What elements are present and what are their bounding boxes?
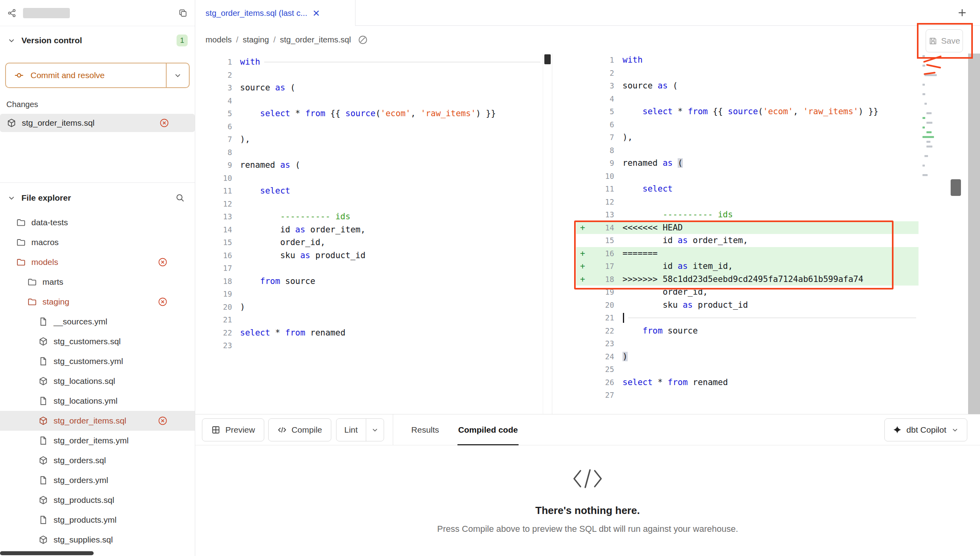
file-tree-item-stg_locations.yml[interactable]: stg_locations.yml <box>0 391 195 411</box>
code-line-7[interactable]: 7), <box>576 131 919 144</box>
share-network-icon[interactable] <box>7 8 17 18</box>
code-line-20[interactable]: 20 sku as product_id <box>576 299 919 312</box>
file-tree-item-stg_products.yml[interactable]: stg_products.yml <box>0 510 195 530</box>
code-line-22[interactable]: 22 from source <box>576 324 919 337</box>
code-line-13[interactable]: 13 ---------- ids <box>195 210 543 223</box>
code-line-14[interactable]: +14<<<<<<< HEAD <box>576 221 919 234</box>
code-line-11[interactable]: 11 select <box>576 182 919 196</box>
code-line-12[interactable]: 12 <box>576 196 919 209</box>
code-line-17[interactable]: 17 <box>195 262 543 275</box>
code-line-27[interactable]: 27 <box>576 389 919 402</box>
code-line-23[interactable]: 23 <box>576 337 919 350</box>
code-line-16[interactable]: +16======= <box>576 247 919 260</box>
file-tree-item-macros[interactable]: macros <box>0 232 195 252</box>
tab-results[interactable]: Results <box>411 414 440 445</box>
discard-changes-icon[interactable] <box>158 297 168 307</box>
code-line-4[interactable]: 4 <box>576 92 919 105</box>
code-line-12[interactable]: 12 <box>195 197 543 211</box>
code-line-18[interactable]: +18>>>>>>> 58c1dd23d5eebd9cd2495fa7124ab… <box>576 273 919 286</box>
file-tree-item-stg_customers.sql[interactable]: stg_customers.sql <box>0 332 195 351</box>
save-button[interactable]: Save <box>926 29 963 52</box>
code-line-24[interactable]: 24) <box>576 350 919 363</box>
file-tree-item-marts[interactable]: marts <box>0 272 195 292</box>
code-line-13[interactable]: 13 ---------- ids <box>576 208 919 221</box>
horizontal-scrollbar-thumb[interactable] <box>0 551 94 555</box>
tab-stg-order-items[interactable]: stg_order_items.sql (last c... × <box>195 0 355 26</box>
code-line-4[interactable]: 4 <box>195 94 543 107</box>
code-line-14[interactable]: 14 id as order_item, <box>195 223 543 236</box>
code-line-9[interactable]: 9renamed as ( <box>195 159 543 172</box>
code-line-8[interactable]: 8 <box>195 146 543 159</box>
code-line-23[interactable]: 23 <box>195 339 543 352</box>
breadcrumb-item-models[interactable]: models <box>206 35 232 44</box>
file-tree-item-data-tests[interactable]: data-tests <box>0 213 195 232</box>
code-line-21[interactable]: 21 <box>576 311 919 324</box>
code-line-20[interactable]: 20) <box>195 301 543 314</box>
commit-and-resolve-button[interactable]: Commit and resolve <box>6 63 166 87</box>
left-pane-scrollbar-thumb[interactable] <box>544 54 551 64</box>
lint-options-dropdown[interactable] <box>366 419 384 441</box>
code-line-5[interactable]: 5 select * from {{ source('ecom', 'raw_i… <box>576 105 919 118</box>
file-tree-item-stg_locations.sql[interactable]: stg_locations.sql <box>0 371 195 391</box>
code-line-15[interactable]: 15 order_id, <box>195 236 543 249</box>
code-line-10[interactable]: 10 <box>195 172 543 185</box>
code-line-22[interactable]: 22select * from renamed <box>195 326 543 339</box>
code-line-8[interactable]: 8 <box>576 144 919 157</box>
code-line-6[interactable]: 6 <box>195 120 543 133</box>
code-line-10[interactable]: 10 <box>576 170 919 183</box>
file-tree-item-stg_supplies.sql[interactable]: stg_supplies.sql <box>0 530 195 550</box>
left-pane-scrollbar[interactable] <box>543 54 552 414</box>
file-tree-item-stg_orders.yml[interactable]: stg_orders.yml <box>0 470 195 490</box>
close-tab-icon[interactable]: × <box>313 8 320 18</box>
file-tree-item-stg_order_items.yml[interactable]: stg_order_items.yml <box>0 431 195 451</box>
code-line-19[interactable]: 19 <box>195 288 543 301</box>
diff-pane-modified[interactable]: 1with23source as (45 select * from {{ so… <box>576 54 919 414</box>
code-line-26[interactable]: 26select * from renamed <box>576 376 919 389</box>
minimap[interactable] <box>922 55 937 198</box>
code-line-15[interactable]: 15 id as order_item, <box>576 234 919 247</box>
editor-scrollbar-thumb[interactable] <box>951 179 961 196</box>
code-line-3[interactable]: 3source as ( <box>576 79 919 92</box>
breadcrumb-item-staging[interactable]: staging <box>243 35 269 44</box>
breadcrumb-item-stg_order_items.sql[interactable]: stg_order_items.sql <box>280 35 351 44</box>
discard-changes-icon[interactable] <box>159 118 169 128</box>
file-explorer-header[interactable]: File explorer <box>0 182 195 213</box>
copy-icon[interactable] <box>178 8 188 18</box>
code-line-2[interactable]: 2 <box>576 67 919 80</box>
file-tree-item-staging[interactable]: staging <box>0 292 195 312</box>
commit-options-dropdown[interactable] <box>166 63 189 87</box>
preview-button[interactable]: Preview <box>202 418 264 441</box>
code-line-1[interactable]: 1with <box>195 56 543 69</box>
file-status-icon[interactable] <box>357 35 368 45</box>
code-line-17[interactable]: +17 id as item_id, <box>576 260 919 273</box>
file-tree-item-stg_products.sql[interactable]: stg_products.sql <box>0 490 195 510</box>
code-line-7[interactable]: 7), <box>195 133 543 146</box>
dbt-copilot-button[interactable]: dbt Copilot <box>884 418 967 441</box>
code-line-21[interactable]: 21 <box>195 313 543 326</box>
lint-button[interactable]: Lint <box>336 419 366 441</box>
file-tree-item-stg_order_items.sql[interactable]: stg_order_items.sql <box>0 411 195 431</box>
code-line-3[interactable]: 3source as ( <box>195 81 543 94</box>
code-line-5[interactable]: 5 select * from {{ source('ecom', 'raw_i… <box>195 107 543 120</box>
file-tree-item-__sources.yml[interactable]: __sources.yml <box>0 312 195 332</box>
file-tree-item-stg_orders.sql[interactable]: stg_orders.sql <box>0 451 195 470</box>
changed-file-stg_order_items.sql[interactable]: stg_order_items.sql <box>0 114 195 132</box>
version-control-header[interactable]: Version control 1 <box>0 26 195 55</box>
window-scrollbar-track[interactable] <box>968 54 980 414</box>
discard-changes-icon[interactable] <box>158 416 168 426</box>
new-tab-icon[interactable] <box>956 7 968 19</box>
code-line-11[interactable]: 11 select <box>195 184 543 197</box>
tab-compiled-code[interactable]: Compiled code <box>457 414 519 445</box>
search-icon[interactable] <box>175 193 185 203</box>
code-line-1[interactable]: 1with <box>576 54 919 67</box>
code-line-9[interactable]: 9renamed as ( <box>576 157 919 170</box>
diff-pane-original[interactable]: 1with23source as (45 select * from {{ so… <box>195 54 552 414</box>
code-line-16[interactable]: 16 sku as product_id <box>195 249 543 262</box>
file-tree-item-models[interactable]: models <box>0 252 195 272</box>
code-line-2[interactable]: 2 <box>195 69 543 82</box>
code-line-6[interactable]: 6 <box>576 118 919 131</box>
code-line-18[interactable]: 18 from source <box>195 275 543 288</box>
code-line-19[interactable]: 19 order_id, <box>576 286 919 299</box>
file-tree-item-stg_customers.yml[interactable]: stg_customers.yml <box>0 351 195 371</box>
code-line-25[interactable]: 25 <box>576 363 919 376</box>
